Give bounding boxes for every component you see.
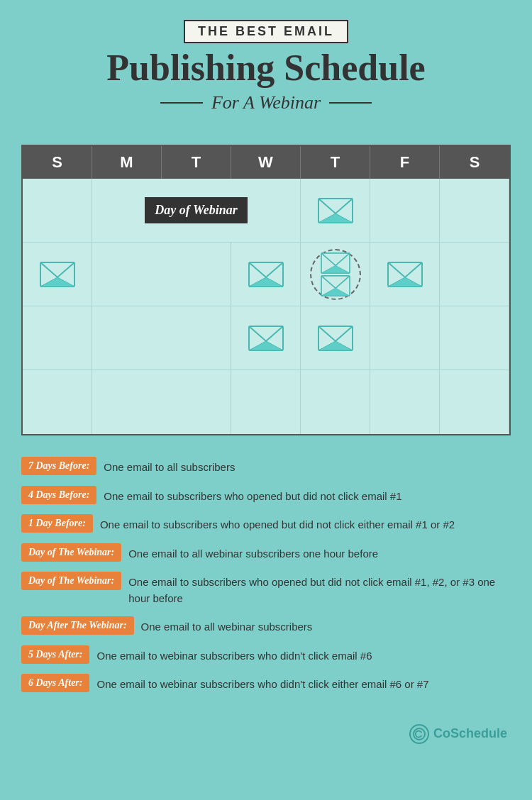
- brand-name: CoSchedule: [433, 726, 507, 741]
- legend-text-6: One email to all webinar subscribers: [141, 616, 313, 635]
- legend-tag-1: 7 Days Before:: [21, 457, 96, 475]
- legend-tag-2: 4 Days Before:: [21, 486, 96, 504]
- envelope-r2-w: [248, 262, 284, 287]
- legend-item-1: 7 Days Before: One email to all subscrib…: [21, 457, 511, 476]
- webinar-label: Day of Webinar: [145, 197, 247, 223]
- cal-cell-r3-m: [92, 306, 162, 370]
- day-header-tue: T: [162, 146, 231, 179]
- legend-text-8: One email to webinar subscribers who did…: [96, 674, 428, 693]
- cal-cell-r2-w: [231, 243, 301, 306]
- divider-line-left: [160, 102, 203, 104]
- envelope-r2-t2-top: [320, 252, 351, 274]
- cal-cell-r3-s: [23, 306, 92, 370]
- envelope-r2-t2-bot: [320, 275, 351, 296]
- cal-cell-r1-f: [370, 179, 440, 243]
- calendar-header: S M T W T F S: [23, 146, 509, 179]
- legend-text-7: One email to webinar subscribers who did…: [96, 645, 372, 665]
- cal-cell-r4-w: [231, 370, 301, 434]
- legend-item-8: 6 Days After: One email to webinar subsc…: [21, 674, 511, 693]
- divider-line-right: [329, 102, 372, 104]
- cal-cell-r2-f: [370, 243, 440, 306]
- legend: 7 Days Before: One email to all subscrib…: [0, 443, 532, 717]
- cal-cell-r4-s2: [440, 370, 509, 434]
- day-header-mon: M: [92, 146, 162, 179]
- cal-cell-r4-t: [162, 370, 231, 434]
- envelope-r3-w: [248, 326, 284, 351]
- cal-cell-r2-t: [162, 243, 231, 306]
- legend-item-2: 4 Days Before: One email to subscribers …: [21, 486, 511, 505]
- legend-text-3: One email to subscribers who opened but …: [100, 514, 455, 533]
- day-header-wed: W: [231, 146, 301, 179]
- envelope-r1-t: [318, 198, 353, 223]
- cal-cell-r2-m: [92, 243, 162, 306]
- legend-tag-3: 1 Day Before:: [21, 514, 93, 533]
- cal-cell-r3-t2: [301, 306, 370, 370]
- day-header-sun: S: [23, 146, 92, 179]
- cal-cell-r2-s: [23, 243, 92, 306]
- legend-text-5: One email to subscribers who opened but …: [128, 572, 511, 606]
- legend-tag-5: Day of The Webinar:: [21, 572, 121, 590]
- day-header-sat: S: [440, 146, 509, 179]
- top-label: THE BEST EMAIL: [184, 20, 348, 43]
- subtitle: For A Webinar: [211, 92, 321, 113]
- envelope-r3-t2: [318, 326, 353, 351]
- legend-item-7: 5 Days After: One email to webinar subsc…: [21, 645, 511, 665]
- cal-cell-r4-f: [370, 370, 440, 434]
- cal-cell-r4-m: [92, 370, 162, 434]
- cal-cell-r3-f: [370, 306, 440, 370]
- legend-text-2: One email to subscribers who opened but …: [104, 486, 401, 505]
- page-title: Publishing Schedule: [14, 48, 518, 88]
- calendar: S M T W T F S Day of Webinar: [21, 145, 511, 435]
- legend-tag-6: Day After The Webinar:: [21, 616, 134, 635]
- divider: For A Webinar: [14, 92, 518, 113]
- cal-cell-r2-s2: [440, 243, 509, 306]
- day-header-fri: F: [370, 146, 440, 179]
- header: THE BEST EMAIL Publishing Schedule For A…: [0, 0, 532, 130]
- cal-cell-r1-s: [23, 179, 92, 243]
- cal-cell-r3-w: [231, 306, 301, 370]
- cal-cell-r1-t: [301, 179, 370, 243]
- legend-item-5: Day of The Webinar: One email to subscri…: [21, 572, 511, 606]
- legend-item-6: Day After The Webinar: One email to all …: [21, 616, 511, 635]
- legend-text-1: One email to all subscribers: [104, 457, 235, 476]
- cal-cell-r1-m: Day of Webinar: [92, 179, 301, 243]
- legend-tag-7: 5 Days After:: [21, 645, 89, 664]
- cal-cell-r3-s2: [440, 306, 509, 370]
- envelope-r2-s: [40, 262, 75, 287]
- cal-cell-r4-s: [23, 370, 92, 434]
- brand-logo: [409, 724, 429, 744]
- envelope-r2-f: [387, 262, 423, 287]
- calendar-body: Day of Webinar: [23, 179, 509, 434]
- cal-cell-r3-t: [162, 306, 231, 370]
- legend-tag-4: Day of The Webinar:: [21, 543, 121, 562]
- cal-cell-r2-t2: [301, 243, 370, 306]
- day-header-thu: T: [301, 146, 370, 179]
- footer: CoSchedule: [0, 717, 532, 758]
- legend-tag-8: 6 Days After:: [21, 674, 89, 692]
- cal-cell-r1-s2: [440, 179, 509, 243]
- cal-cell-r4-t2: [301, 370, 370, 434]
- legend-item-4: Day of The Webinar: One email to all web…: [21, 543, 511, 562]
- legend-item-3: 1 Day Before: One email to subscribers w…: [21, 514, 511, 533]
- legend-text-4: One email to all webinar subscribers one…: [128, 543, 378, 562]
